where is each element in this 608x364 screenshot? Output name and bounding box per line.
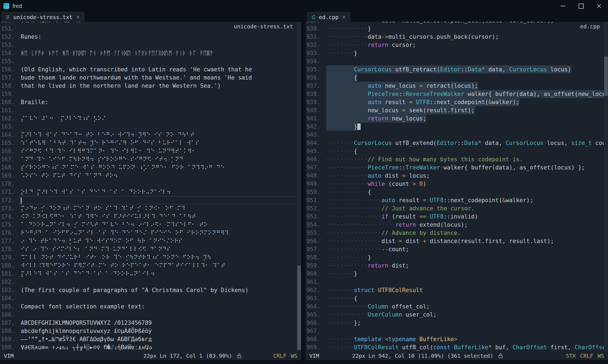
pane-divider[interactable] (301, 12, 306, 360)
whitespace-dot: · (326, 42, 330, 48)
whitespace-dot: · (388, 230, 392, 236)
whitespace-dot: · (343, 115, 347, 122)
line-number: 175. (0, 221, 17, 229)
vertical-scrollbar-left[interactable] (297, 22, 301, 351)
filename-overlay-right: ed.cpp (578, 22, 602, 31)
whitespace-dot: · (343, 320, 347, 326)
whitespace-dot: · (93, 238, 97, 244)
cpp-file-icon (311, 15, 316, 20)
tab-close-icon[interactable] (76, 15, 80, 19)
whitespace-dot: · (35, 287, 38, 293)
whitespace-dot: · (351, 320, 354, 326)
code-line: 162.⡌⠁⠧⠑·⠼⠁⠒··⡍⠜⠇⠑⠹⠰⠎·⡣⠕⠌ (0, 114, 297, 123)
whitespace-dot: · (409, 181, 413, 187)
line-text: ················//·Just·advance·the·curs… (323, 204, 604, 213)
whitespace-dot: · (437, 156, 440, 163)
code-line: 163. (0, 123, 297, 131)
whitespace-dot: · (351, 344, 354, 351)
whitespace-dot: · (351, 181, 354, 187)
whitespace-dot: · (416, 213, 420, 220)
line-text: ············return·new_locus; (323, 114, 604, 123)
whitespace-dot: · (354, 156, 357, 163)
code-line: 158.that·he·lived·in·the·northern·land·n… (0, 82, 297, 90)
whitespace-dot: · (36, 22, 40, 24)
code-line: 176.⠗⠑⠛⠜⠙·⠁·⠊⠕⠋⠋⠔⠤⠝⠁⠊⠇·⠁⠎·⠹⠑·⠙⠑⠁⠙⠑⠌·⠏⠊⠑⠊… (0, 229, 297, 237)
line-text: ⠡⠕⠎⠑·⠞⠕·⠏⠥⠞·⠙⠊⠎·⠙⠁⠝⠙·⠞⠕⠲ (17, 172, 297, 180)
whitespace-dot: · (343, 181, 347, 187)
close-button[interactable] (590, 0, 608, 12)
whitespace-dot: · (333, 140, 337, 146)
maximize-button[interactable] (572, 0, 590, 12)
whitespace-dot: · (95, 262, 98, 269)
whitespace-dot: · (138, 74, 142, 81)
whitespace-dot: · (86, 189, 89, 195)
whitespace-dot: · (340, 42, 344, 48)
selection-highlight: ············PieceTree::ReverseTreeWalker… (326, 90, 604, 98)
whitespace-dot: · (388, 213, 392, 220)
scrollbar-thumb[interactable] (604, 56, 608, 96)
lock-icon[interactable] (498, 353, 503, 359)
whitespace-dot: · (337, 99, 340, 105)
whitespace-dot: · (371, 213, 375, 220)
whitespace-dot: · (330, 91, 333, 97)
whitespace-dot: · (347, 34, 351, 40)
code-line: 154.ᚻᛖ·ᚳᚹᚫᚦ·ᚦᚫᛏ·ᚻᛖ·ᛒᚢᛞᛖ·ᚩᚾ·ᚦᚫᛗ·ᛚᚪᚾᛞᛖ·ᚾᚩᚱ… (0, 49, 297, 57)
line-number: 932. (306, 41, 323, 49)
code-line: 187.ABCDEFGHIJKLMNOPQRSTUVWXYZ·/01234567… (0, 319, 297, 327)
line-text (323, 278, 604, 286)
whitespace-dot: · (139, 140, 142, 146)
whitespace-dot: · (333, 311, 337, 318)
tab-unicode-stress-txt[interactable]: unicode-stress.txt (2, 12, 84, 22)
whitespace-dot: · (351, 222, 354, 228)
editor-left[interactable]: unicode-stress.txt 150.ተንጋሎ·ቢተፉ·ተመልሶ·ባፉ።… (0, 22, 301, 351)
whitespace-dot: · (186, 74, 190, 81)
line-number: 156. (0, 65, 17, 74)
whitespace-dot: · (98, 222, 102, 228)
scrollbar-thumb[interactable] (297, 266, 301, 350)
whitespace-dot: · (35, 83, 38, 89)
whitespace-dot: · (354, 115, 357, 122)
whitespace-dot: · (326, 156, 330, 163)
whitespace-dot: · (330, 42, 333, 48)
minimize-button[interactable] (554, 0, 572, 12)
whitespace-dot: · (506, 66, 509, 73)
whitespace-dot: · (76, 336, 79, 342)
whitespace-dot: · (351, 311, 354, 318)
whitespace-dot: · (330, 189, 333, 195)
line-number: 173. (0, 204, 17, 213)
whitespace-dot: · (364, 172, 368, 179)
whitespace-dot: · (371, 230, 375, 236)
whitespace-dot: · (55, 287, 59, 293)
whitespace-dot: · (343, 287, 347, 293)
vertical-scrollbar-right[interactable] (604, 22, 608, 351)
editor-right[interactable]: ed.cpp 929.················data->multi_c… (306, 22, 608, 351)
whitespace-dot: · (333, 181, 337, 187)
whitespace-dot: · (351, 115, 354, 122)
whitespace-dot: · (347, 189, 351, 195)
whitespace-dot: · (450, 344, 454, 351)
line-number: 163. (0, 123, 17, 131)
tab-ed-cpp[interactable]: ed.cpp (307, 12, 350, 22)
whitespace-dot: · (121, 74, 124, 81)
whitespace-dot: · (357, 230, 361, 236)
whitespace-dot: · (361, 246, 364, 253)
whitespace-dot: · (42, 148, 45, 154)
whitespace-dot: · (354, 254, 357, 261)
lock-icon[interactable] (236, 353, 242, 359)
text-file-icon (6, 15, 11, 20)
whitespace-dot: · (333, 246, 337, 253)
whitespace-dot: · (347, 74, 351, 81)
whitespace-dot: · (547, 66, 550, 73)
tab-close-icon[interactable] (342, 15, 346, 19)
whitespace-dot: · (406, 156, 409, 163)
whitespace-dot: · (114, 132, 118, 138)
whitespace-dot: · (102, 205, 105, 212)
whitespace-dot: · (351, 140, 354, 146)
whitespace-dot: · (330, 156, 333, 163)
whitespace-dot: · (571, 344, 575, 351)
code-line: 961. (306, 278, 604, 286)
whitespace-dot: · (86, 50, 90, 56)
whitespace-dot: · (357, 213, 361, 220)
whitespace-dot: · (340, 295, 344, 302)
whitespace-dot: · (351, 148, 354, 154)
